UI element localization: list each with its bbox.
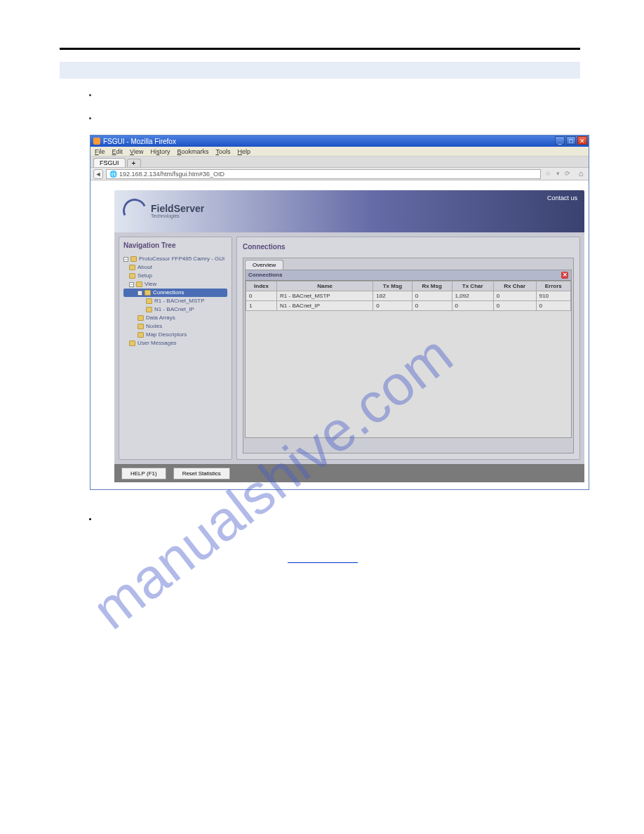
tree-root[interactable]: − ProtoCessor FFP485 Camry - GUI [123, 255, 227, 263]
browser-viewport: FieldServer Technologies Contact us Navi… [90, 180, 589, 489]
menu-help[interactable]: Help [237, 148, 250, 155]
collapse-icon[interactable]: − [123, 257, 128, 262]
bullet-list-top [98, 91, 100, 138]
logo-subtext: Technologies [151, 213, 204, 218]
browser-window: FSGUI - Mozilla Firefox _ □ ✕ File Edit … [90, 135, 589, 490]
col-errors[interactable]: Errors [536, 282, 570, 291]
main-panel: Connections Overview Connections ✕ [236, 237, 580, 460]
collapse-icon[interactable]: − [137, 291, 142, 296]
folder-icon [137, 324, 144, 329]
col-index[interactable]: Index [246, 282, 277, 291]
bullet-2 [98, 114, 100, 122]
dropdown-icon[interactable]: ▾ [554, 170, 562, 178]
col-rxchar[interactable]: Rx Char [493, 282, 536, 291]
col-txchar[interactable]: Tx Char [452, 282, 493, 291]
browser-tab[interactable]: FSGUI [93, 158, 126, 167]
bullet-3 [98, 514, 100, 522]
navigation-panel: Navigation Tree − ProtoCessor FFP485 Cam… [119, 237, 232, 460]
home-icon[interactable]: ⌂ [576, 169, 586, 179]
folder-icon [145, 290, 151, 296]
menu-view[interactable]: View [130, 148, 143, 155]
app-body: Navigation Tree − ProtoCessor FFP485 Cam… [114, 232, 584, 464]
back-button[interactable]: ◄ [93, 169, 103, 179]
app-header: FieldServer Technologies Contact us [114, 190, 584, 232]
logo-arc-icon [119, 195, 150, 226]
reload-icon[interactable]: ⟳ [563, 170, 572, 178]
help-button[interactable]: HELP (F1) [121, 468, 166, 479]
reset-stats-button[interactable]: Reset Statistics [173, 468, 230, 479]
folder-icon [137, 315, 144, 321]
contact-us-link[interactable]: Contact us [547, 194, 577, 201]
nav-panel-title: Navigation Tree [123, 241, 227, 249]
tree-n1[interactable]: N1 - BACnet_IP [123, 305, 227, 314]
tree-view[interactable]: − View [123, 280, 227, 289]
tree-map-descriptors[interactable]: Map Descriptors [123, 331, 227, 339]
menu-file[interactable]: File [95, 148, 105, 155]
url-input[interactable]: 🌐 192.168.2.134/htm/fsgui.htm#36_OID [106, 169, 541, 179]
tree-user-messages[interactable]: User Messages [123, 339, 227, 348]
hyperlink-underline[interactable] [288, 555, 358, 563]
section-header: Connections ✕ [246, 270, 571, 281]
folder-icon [146, 307, 152, 312]
address-bar: ◄ 🌐 192.168.2.134/htm/fsgui.htm#36_OID ☆… [90, 168, 589, 180]
connections-table: Index Name Tx Msg Rx Msg Tx Char Rx Char… [246, 281, 571, 311]
app-footer: HELP (F1) Reset Statistics [114, 464, 584, 482]
logo: FieldServer Technologies [123, 199, 204, 223]
tree-connections[interactable]: − Connections [123, 289, 227, 297]
folder-icon [130, 256, 137, 262]
firefox-icon [93, 138, 100, 145]
nav-tree: − ProtoCessor FFP485 Camry - GUI About S… [123, 255, 227, 348]
bookmark-star-icon[interactable]: ☆ [544, 170, 552, 178]
folder-icon [129, 340, 135, 346]
section-title: Connections [248, 272, 282, 279]
folder-icon [129, 265, 135, 270]
new-tab-button[interactable]: + [127, 159, 141, 167]
section-close-icon[interactable]: ✕ [561, 272, 568, 279]
url-text: 192.168.2.134/htm/fsgui.htm#36_OID [119, 171, 224, 178]
browser-tabbar: FSGUI + [90, 157, 589, 168]
bullet-1 [98, 91, 100, 99]
col-txmsg[interactable]: Tx Msg [373, 282, 412, 291]
maximize-button[interactable]: □ [566, 136, 576, 145]
tab-area: Overview Connections ✕ Index [243, 258, 574, 454]
browser-menubar: File Edit View History Bookmarks Tools H… [90, 147, 589, 157]
folder-icon [129, 273, 135, 279]
tree-nodes[interactable]: Nodes [123, 322, 227, 331]
tree-data-arrays[interactable]: Data Arrays [123, 314, 227, 322]
table-row[interactable]: 0 R1 - BACnet_MSTP 182 0 1,092 0 910 [246, 291, 571, 301]
col-name[interactable]: Name [277, 282, 373, 291]
tab-overview[interactable]: Overview [245, 260, 283, 270]
horizontal-rule [60, 48, 580, 50]
menu-tools[interactable]: Tools [215, 148, 230, 155]
menu-history[interactable]: History [150, 148, 170, 155]
folder-icon [137, 332, 144, 338]
folder-icon [146, 298, 152, 304]
section-heading-bar [60, 62, 580, 79]
folder-icon [136, 282, 142, 287]
fieldserver-app: FieldServer Technologies Contact us Navi… [114, 190, 584, 482]
minimize-button[interactable]: _ [555, 136, 565, 145]
col-rxmsg[interactable]: Rx Msg [412, 282, 452, 291]
menu-bookmarks[interactable]: Bookmarks [177, 148, 208, 155]
tree-r1[interactable]: R1 - BACnet_MSTP [123, 297, 227, 305]
tree-setup[interactable]: Setup [123, 272, 227, 280]
tree-about[interactable]: About [123, 263, 227, 272]
window-title: FSGUI - Mozilla Firefox [103, 138, 176, 145]
main-title: Connections [243, 243, 574, 251]
collapse-icon[interactable]: − [129, 282, 134, 287]
logo-text: FieldServer [151, 203, 204, 214]
menu-edit[interactable]: Edit [112, 148, 123, 155]
table-row[interactable]: 1 N1 - BACnet_IP 0 0 0 0 0 [246, 301, 571, 311]
tab-content: Connections ✕ Index Name Tx Msg Rx Msg [245, 270, 572, 438]
close-button[interactable]: ✕ [577, 136, 587, 145]
bullet-list-bottom [98, 514, 100, 522]
browser-titlebar: FSGUI - Mozilla Firefox _ □ ✕ [90, 135, 589, 147]
